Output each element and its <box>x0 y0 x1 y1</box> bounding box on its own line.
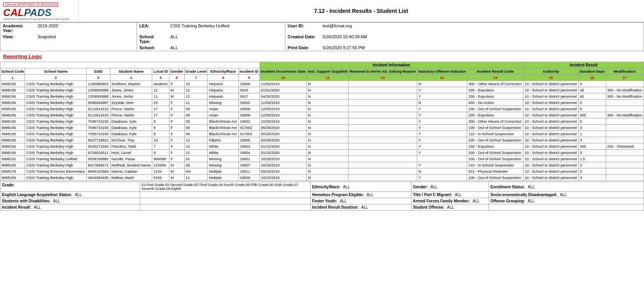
table-cell: 17 <box>152 106 169 112</box>
table-cell: Y <box>417 143 467 150</box>
table-cell: 10 - School or district personnel <box>523 168 578 175</box>
table-cell: 45 <box>578 93 606 100</box>
table-cell: 10 - School or district personnel <box>523 87 578 93</box>
table-cell: 3 <box>578 175 606 181</box>
armed-filter-label: Armed Forces Family Member: <box>413 199 470 203</box>
table-cell: 45 <box>578 87 606 93</box>
table-cell: 3 <box>578 150 606 156</box>
col-num-1: 1 <box>0 75 25 81</box>
created-date-label: Created Date: <box>285 34 320 45</box>
table-cell: N <box>307 125 349 131</box>
table-cell: Hispanic <box>208 87 238 93</box>
table-cell: F <box>169 156 184 162</box>
col-num-16: 16 <box>578 75 606 81</box>
table-cell: CSIS Training Berkeley Unified <box>25 156 87 162</box>
col-student-name: Student Name <box>110 68 152 75</box>
table-cell: Missing <box>208 156 238 162</box>
table-cell: 501 - Physical Restraint <box>467 168 523 175</box>
table-cell: 11 <box>184 175 208 181</box>
table-cell: CSIS Training Berkeley High <box>25 106 87 112</box>
table-cell: CSIS Training Berkeley High <box>25 137 87 143</box>
table-cell: Hutz, Lionel <box>110 150 152 156</box>
table-cell: 200 - Expulsion <box>467 143 523 150</box>
table-row: 9998179CSIS Training Emerson Elementary8… <box>0 168 644 175</box>
enrollment-filter-value: ALL <box>528 185 535 189</box>
table-cell <box>349 93 417 100</box>
table-cell: 7095710193 <box>87 131 110 137</box>
table-cell: Y <box>417 131 467 137</box>
disabilities-filter-label: Students with Disabilities: <box>2 199 50 203</box>
table-cell: Database, Kyle <box>110 125 152 131</box>
col-inst-support: Inst. Support Supplied <box>307 68 349 75</box>
table-cell: White <box>208 143 238 150</box>
table-cell: F <box>169 118 184 125</box>
view-value: Snapshot <box>36 34 137 45</box>
table-cell: 19010 <box>238 100 260 106</box>
table-cell: 19002 <box>238 118 260 125</box>
table-cell: 0 <box>578 81 606 87</box>
table-cell <box>349 150 417 156</box>
gender-filter-label: Gender: <box>413 185 428 189</box>
table-cell: 10 - School or district personnel <box>523 118 578 125</box>
table-cell <box>349 81 417 87</box>
table-cell: CSIS Training Berkeley High <box>25 87 87 93</box>
gender-filter-value: ALL <box>431 185 438 189</box>
table-cell: 10 - School or district personnel <box>523 93 578 100</box>
table-cell: 9998156 <box>0 131 25 137</box>
table-cell: 5150 <box>152 175 169 181</box>
table-cell: 10/25/2019 <box>260 162 307 168</box>
col-incident-id: Incident ID <box>238 68 260 75</box>
table-cell: 300 - Other Means of Correction <box>467 81 523 87</box>
school-label: School: <box>137 45 168 51</box>
table-cell: CSIS Training Berkeley High <box>25 143 87 150</box>
print-date-value: 5/26/2020 9:27:55 PM <box>320 45 644 51</box>
table-cell: 3 <box>578 125 606 131</box>
table-cell: 19006 <box>238 175 260 181</box>
col-authority: Authority <box>523 68 578 75</box>
table-cell: KN <box>184 168 208 175</box>
table-cell: Prince, Martin <box>110 112 152 118</box>
table-cell: 0 <box>578 118 606 125</box>
reporting-logic-heading: Reporting Logic <box>3 54 42 59</box>
table-cell: NotReal, Student Name <box>110 162 152 168</box>
col-num-4: 4 <box>110 75 152 81</box>
table-cell: 100 - Out-of-School Suspension <box>467 125 523 131</box>
incident-result-filter-label: Incident Result: <box>2 205 31 209</box>
table-cell: Smithers, Waylon <box>110 81 152 87</box>
table-cell: 100 - Out-of-School Suspension <box>467 150 523 156</box>
table-cell: 8 <box>152 118 169 125</box>
print-date-label: Print Date: <box>285 45 320 51</box>
table-cell: 9998156 <box>0 150 25 156</box>
table-cell: 9998156 <box>0 125 25 131</box>
table-cell <box>349 87 417 93</box>
table-cell: Noodle, Pasta <box>110 156 152 162</box>
table-cell: N <box>307 156 349 162</box>
table-cell: 123456 <box>152 162 169 168</box>
offense-filter-label: Offense Grouping: <box>491 199 525 203</box>
table-cell: Database, Kyle <box>110 131 152 137</box>
col-ethnicity: Ethnicity/Race <box>208 68 238 75</box>
table-cell <box>349 175 417 181</box>
table-cell: 9998156 <box>0 143 25 150</box>
ela-filter-label: English Language Acquisition Status: <box>2 193 72 197</box>
ethnicity-filter-value: ALL <box>343 185 350 189</box>
table-cell: 7 <box>152 143 169 150</box>
table-cell: 12 <box>184 93 208 100</box>
table-cell: 11 <box>184 150 208 156</box>
table-row: 9998152CSIS Training Berkeley Unified655… <box>0 156 644 162</box>
table-cell: 10 - School or district personnel <box>523 175 578 181</box>
table-cell: Database, Kyle <box>110 118 152 125</box>
table-cell: 1190980462 <box>87 81 110 87</box>
table-cell: 19005 <box>238 137 260 143</box>
table-cell: Szyslak, Moe <box>110 100 152 106</box>
table-cell: N <box>417 81 467 87</box>
table-cell: Y <box>417 106 467 112</box>
table-cell: CSIS Training Berkeley High <box>25 125 87 131</box>
table-cell: 3 <box>578 137 606 143</box>
table-cell <box>417 156 467 162</box>
table-cell: 5112614215 <box>87 106 110 112</box>
table-cell: CSIS Training Berkeley High <box>25 100 87 106</box>
table-cell: Y <box>417 175 467 181</box>
table-cell: CSIS Training Berkeley High <box>25 93 87 100</box>
table-cell: 10 - School or district personnel <box>523 150 578 156</box>
